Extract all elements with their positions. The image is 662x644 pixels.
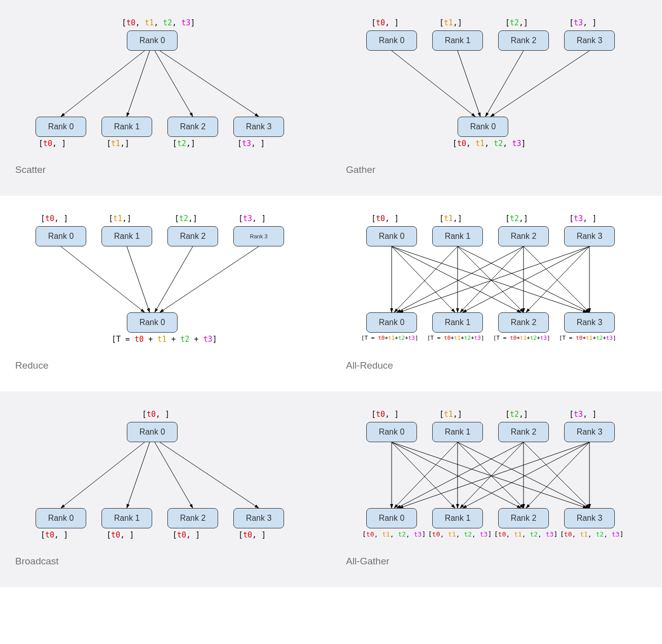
allgather-top-data-1: [t1,]	[439, 410, 462, 419]
svg-line-24	[399, 246, 589, 312]
allreduce-bottom-rank-3: Rank 3	[564, 312, 615, 333]
reduce-top-rank-3: Rank 3	[233, 226, 284, 246]
allreduce-top-rank-2: Rank 2	[498, 226, 549, 246]
allreduce-bottom-rank-1: Rank 1	[432, 312, 483, 333]
caption-gather: Gather	[346, 164, 646, 175]
scatter-bottom-rank-2: Rank 2	[167, 117, 218, 137]
svg-line-21	[460, 246, 524, 312]
reduce-top-data-3: [t3, ]	[238, 214, 266, 223]
allreduce-top-data-3: [t3, ]	[569, 214, 597, 223]
diagram-allreduce: [t0, ] [t1,] [t2,] [t3, ] Rank 0 Rank 1 …	[346, 211, 646, 353]
caption-allgather: All-Gather	[346, 556, 646, 567]
panel-reduce: [t0, ] [t1,] [t2,] [t3, ] Rank 0 Rank 1 …	[0, 196, 331, 391]
panel-scatter: [t0, t1, t2, t3] Rank 0 Rank 0 Rank 1 Ra…	[0, 0, 331, 196]
allgather-bottom-data-1: [t0, t1, t2, t3]	[428, 530, 492, 538]
scatter-bottom-data-3: [t3, ]	[237, 139, 265, 148]
scatter-bottom-rank-1: Rank 1	[101, 117, 152, 137]
svg-line-4	[392, 51, 475, 117]
caption-reduce: Reduce	[15, 360, 316, 371]
diagram-allgather: [t0, ] [t1,] [t2,] [t3, ] Rank 0 Rank 1 …	[346, 407, 646, 549]
broadcast-bottom-data-1: [t0, ]	[107, 530, 134, 540]
scatter-bottom-data-0: [t0, ]	[39, 139, 66, 148]
scatter-top-data: [t0, t1, t2, t3]	[122, 18, 195, 27]
reduce-bottom-rank: Rank 0	[127, 312, 178, 333]
broadcast-bottom-rank-1: Rank 1	[101, 508, 152, 528]
svg-line-10	[155, 246, 193, 312]
panel-gather: [t0, ] [t1,] [t2,] [t3, ] Rank 0 Rank 1 …	[331, 0, 661, 196]
diagram-scatter: [t0, t1, t2, t3] Rank 0 Rank 0 Rank 1 Ra…	[15, 15, 316, 157]
diagram-reduce: [t0, ] [t1,] [t2,] [t3, ] Rank 0 Rank 1 …	[15, 211, 316, 353]
svg-line-31	[160, 442, 259, 508]
gather-top-data-1: [t1,]	[439, 18, 462, 27]
svg-line-15	[392, 246, 587, 312]
svg-line-7	[491, 51, 589, 117]
gather-bottom-rank: Rank 0	[458, 117, 508, 137]
allreduce-bottom-formula-3: [T = t0+t1+t2+t3]	[559, 335, 616, 341]
reduce-top-rank-2: Rank 2	[167, 226, 218, 246]
svg-line-25	[463, 246, 589, 312]
allreduce-bottom-formula-1: [T = t0+t1+t2+t3]	[427, 335, 484, 341]
scatter-bottom-rank-3: Rank 3	[233, 117, 284, 137]
gather-top-rank-0: Rank 0	[366, 30, 417, 51]
caption-scatter: Scatter	[15, 164, 316, 175]
allreduce-bottom-formula-0: [T = t0+t1+t2+t3]	[361, 335, 419, 341]
reduce-top-rank-0: Rank 0	[36, 226, 86, 246]
allreduce-top-data-1: [t1,]	[439, 214, 462, 223]
allreduce-bottom-rank-2: Rank 2	[498, 312, 549, 333]
gather-top-rank-2: Rank 2	[498, 30, 549, 51]
panel-allreduce: [t0, ] [t1,] [t2,] [t3, ] Rank 0 Rank 1 …	[331, 196, 661, 391]
broadcast-top-data: [t0, ]	[142, 410, 169, 419]
allreduce-bottom-rank-0: Rank 0	[366, 312, 417, 333]
gather-top-data-3: [t3, ]	[569, 18, 597, 27]
allgather-bottom-rank-2: Rank 2	[498, 508, 549, 528]
allgather-bottom-rank-3: Rank 3	[564, 508, 615, 528]
svg-line-41	[460, 442, 524, 508]
svg-line-39	[458, 442, 589, 508]
allgather-top-data-3: [t3, ]	[569, 410, 597, 419]
broadcast-bottom-rank-0: Rank 0	[36, 508, 86, 528]
allreduce-top-rank-0: Rank 0	[366, 226, 417, 246]
svg-line-3	[160, 51, 259, 117]
allgather-top-data-0: [t0, ]	[371, 410, 399, 419]
gather-bottom-data: [t0, t1, t2, t3]	[452, 139, 526, 148]
allgather-bottom-rank-0: Rank 0	[366, 508, 417, 528]
svg-line-0	[61, 51, 145, 117]
allgather-top-rank-0: Rank 0	[366, 422, 417, 442]
svg-line-2	[155, 51, 193, 117]
scatter-bottom-data-1: [t1,]	[107, 139, 129, 148]
svg-line-5	[458, 51, 480, 117]
gather-top-rank-1: Rank 1	[432, 30, 483, 51]
allgather-top-rank-1: Rank 1	[432, 422, 483, 442]
allreduce-top-rank-1: Rank 1	[432, 226, 483, 246]
diagram-broadcast: [t0, ] Rank 0 Rank 0 Rank 1 Rank 2 Rank …	[15, 407, 316, 549]
allreduce-top-data-2: [t2,]	[505, 214, 528, 223]
gather-top-data-2: [t2,]	[505, 18, 528, 27]
diagram-gather: [t0, ] [t1,] [t2,] [t3, ] Rank 0 Rank 1 …	[346, 15, 646, 157]
panel-broadcast: [t0, ] Rank 0 Rank 0 Rank 1 Rank 2 Rank …	[0, 391, 331, 587]
allgather-bottom-data-3: [t0, t1, t2, t3]	[560, 530, 623, 538]
svg-line-16	[394, 246, 458, 312]
svg-line-28	[61, 442, 145, 508]
reduce-top-data-2: [t2,]	[175, 214, 197, 223]
allreduce-bottom-formula-2: [T = t0+t1+t2+t3]	[493, 335, 550, 341]
allgather-bottom-data-2: [t0, t1, t2, t3]	[494, 530, 558, 538]
svg-line-44	[399, 442, 589, 508]
scatter-top-rank: Rank 0	[127, 30, 178, 51]
svg-line-36	[394, 442, 458, 508]
broadcast-top-rank: Rank 0	[127, 422, 178, 442]
gather-top-rank-3: Rank 3	[564, 30, 615, 51]
svg-line-45	[463, 442, 589, 508]
allreduce-top-data-0: [t0, ]	[371, 214, 399, 223]
svg-line-6	[485, 51, 524, 117]
broadcast-bottom-rank-3: Rank 3	[233, 508, 284, 528]
svg-line-19	[458, 246, 589, 312]
reduce-top-data-1: [t1,]	[109, 214, 131, 223]
svg-line-40	[397, 442, 524, 508]
svg-line-33	[392, 442, 455, 508]
svg-line-1	[127, 51, 150, 117]
broadcast-bottom-data-3: [t0, ]	[238, 530, 266, 540]
svg-line-11	[160, 246, 259, 312]
svg-line-13	[392, 246, 455, 312]
svg-line-8	[61, 246, 145, 312]
broadcast-bottom-data-0: [t0, ]	[41, 530, 68, 540]
